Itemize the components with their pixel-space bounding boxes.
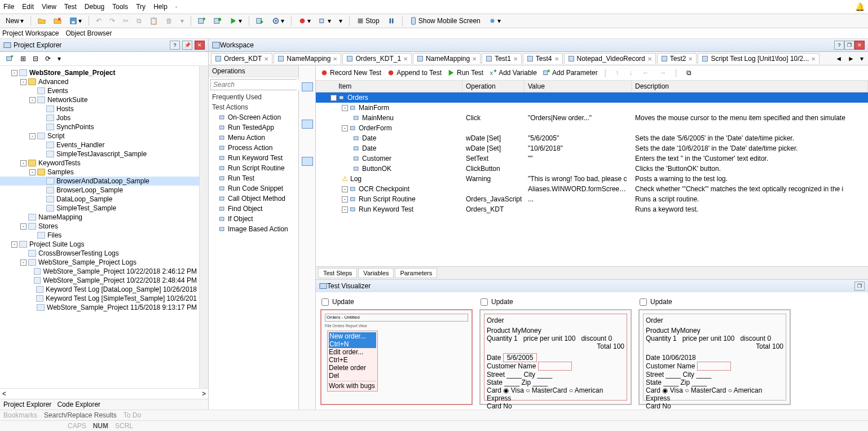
col-item[interactable]: Item — [316, 81, 462, 92]
tree-node[interactable]: SimpleTestJavascript_Sample — [0, 149, 199, 159]
copy-icon[interactable]: ⧉ — [134, 16, 144, 26]
show-mobile-button[interactable]: Show Mobile Screen — [407, 16, 483, 26]
grid-row[interactable]: -Orders — [316, 93, 868, 103]
menu-help[interactable]: Help — [153, 3, 168, 11]
row-toggle[interactable]: - — [342, 125, 348, 131]
tab-object-browser[interactable]: Object Browser — [65, 29, 112, 37]
tab-close-icon[interactable]: ✕ — [647, 56, 652, 62]
tree-node[interactable]: CrossBrowserTesting Logs — [0, 249, 199, 258]
tree-node[interactable]: -Samples — [0, 168, 199, 177]
doc-tab[interactable]: Test2✕ — [657, 53, 697, 64]
thumb-icon[interactable] — [302, 82, 313, 91]
ops-item[interactable]: If Object — [209, 214, 298, 224]
screenshot-thumb[interactable]: Order Product MyMoney Quantity 1 price p… — [638, 309, 791, 405]
pin-button[interactable]: 📌 — [182, 41, 192, 50]
mobile-settings-icon[interactable]: ▾ — [486, 16, 503, 26]
tree-node[interactable]: Keyword Test Log [SimpleTest_Sample] 10/… — [0, 294, 199, 303]
tree-toggle[interactable]: - — [29, 169, 36, 175]
menu-more[interactable]: · — [175, 3, 177, 11]
tree-toggle[interactable]: - — [20, 260, 27, 266]
tree-node[interactable]: -Stores — [0, 222, 199, 231]
tree-node[interactable]: Events_Handler — [0, 140, 199, 149]
col-value[interactable]: Value — [525, 81, 632, 92]
run-test-button[interactable]: Run Test — [447, 69, 483, 77]
grid-row[interactable]: -OCR CheckpointAliases.WINWORD.formScree… — [316, 184, 868, 194]
tab-close-icon[interactable]: ✕ — [472, 56, 477, 62]
tab-variables[interactable]: Variables — [358, 268, 394, 278]
new-button[interactable]: New ▾ — [3, 16, 26, 26]
grid-row[interactable]: -Run Script RoutineOrders_JavaScript...R… — [316, 194, 868, 204]
add-parameter-button[interactable]: Add Parameter — [543, 69, 598, 77]
doc-tab[interactable]: NameMapping✕ — [413, 53, 481, 64]
test-steps-grid[interactable]: Item Operation Value Description -Orders… — [316, 81, 868, 266]
operations-search-input[interactable] — [211, 80, 301, 90]
menu-test[interactable]: Test — [64, 3, 77, 11]
pause-icon[interactable] — [385, 16, 398, 26]
grid-row[interactable]: CustomerSetText""Enters the text " in th… — [316, 153, 868, 164]
tab-code-explorer[interactable]: Code Explorer — [57, 401, 100, 408]
tab-close-icon[interactable]: ✕ — [811, 56, 816, 62]
save-icon[interactable]: ▾ — [67, 16, 84, 26]
stop-button[interactable]: Stop — [354, 16, 382, 26]
settings-icon[interactable]: ▾ — [270, 16, 287, 26]
tree-node[interactable]: -Advanced — [0, 77, 199, 86]
sb-todo[interactable]: To Do — [124, 411, 141, 419]
outdent-icon[interactable]: ← — [640, 68, 651, 78]
tree-node[interactable]: WebStore_Sample_Project 11/5/2018 9:13:1… — [0, 303, 199, 312]
tree-node[interactable]: WebStore_Sample_Project 10/22/2018 2:48:… — [0, 276, 199, 285]
update-checkbox[interactable] — [321, 298, 329, 306]
undo-icon[interactable]: ↶ — [94, 16, 104, 26]
tree-node[interactable]: NameMapping — [0, 213, 199, 222]
col-description[interactable]: Description — [632, 81, 868, 92]
tree-toggle[interactable]: - — [20, 79, 27, 85]
grid-row[interactable]: ButtonOKClickButtonClicks the 'ButtonOK'… — [316, 164, 868, 174]
grid-row[interactable]: ⚠LogWarning"This is wrong! Too bad, plea… — [316, 174, 868, 184]
ops-item[interactable]: On-Screen Action — [209, 112, 298, 122]
tree-node[interactable]: Hosts — [0, 104, 199, 113]
tab-nav-icon[interactable]: ◄ — [833, 54, 844, 64]
tree-node[interactable]: -WebStore_Sample_Project — [0, 68, 199, 77]
doc-tab[interactable]: Test1✕ — [482, 53, 522, 64]
row-toggle[interactable]: - — [342, 105, 348, 111]
tree-toggle[interactable]: - — [20, 160, 27, 166]
ws-close-button[interactable]: ✕ — [854, 41, 865, 50]
ops-item[interactable]: Call Object Method — [209, 193, 298, 204]
menu-edit[interactable]: Edit — [22, 3, 34, 11]
ws-help-button[interactable]: ? — [834, 41, 844, 50]
tree-node[interactable]: -KeywordTests — [0, 159, 199, 168]
tree-scrollbar[interactable] — [199, 66, 208, 388]
project-run-icon[interactable] — [254, 16, 266, 26]
row-toggle[interactable]: - — [342, 186, 348, 192]
record-options-icon[interactable]: ▾ — [337, 16, 345, 26]
col-operation[interactable]: Operation — [462, 81, 525, 92]
tree-node[interactable]: Jobs — [0, 113, 199, 122]
tree-node[interactable]: -Script — [0, 131, 199, 140]
tab-nav-icon[interactable]: ► — [845, 54, 857, 64]
refresh-tree-icon[interactable]: ⟳ — [43, 54, 53, 64]
menu-file[interactable]: File — [3, 3, 14, 11]
redo-icon[interactable]: ↷ — [107, 16, 117, 26]
notifications-icon[interactable]: 🔔 — [855, 2, 865, 11]
update-checkbox[interactable] — [640, 298, 647, 306]
tree-node[interactable]: DataLoop_Sample — [0, 195, 199, 204]
tab-close-icon[interactable]: ✕ — [688, 56, 693, 62]
close-panel-button[interactable]: ✕ — [195, 41, 205, 50]
record-new-test-button[interactable]: Record New Test — [320, 69, 381, 77]
more-icon[interactable]: ▾ — [178, 16, 186, 26]
tree-node[interactable]: SimpleTest_Sample — [0, 204, 199, 213]
ops-item[interactable]: Run TestedApp — [209, 122, 298, 133]
cut-icon[interactable]: ✂ — [121, 16, 131, 26]
close-project-icon[interactable] — [51, 16, 64, 26]
visualizer-frame[interactable]: Update Order Product MyMoney Quantity 1 … — [638, 297, 791, 405]
run-dropdown-icon[interactable]: ▾ — [227, 16, 244, 26]
menu-debug[interactable]: Debug — [85, 3, 104, 11]
menu-tools[interactable]: Tools — [112, 3, 128, 11]
move-up-icon[interactable]: ↑ — [613, 68, 621, 78]
menu-try[interactable]: Try — [136, 3, 146, 11]
screenshot-thumb[interactable]: Order Product MyMoney Quantity 1 price p… — [479, 309, 632, 405]
menu-view[interactable]: View — [42, 3, 56, 11]
row-toggle[interactable]: - — [342, 206, 348, 213]
paste-icon[interactable]: 📋 — [147, 16, 160, 26]
tree-node[interactable]: Files — [0, 231, 199, 240]
tab-project-explorer[interactable]: Project Explorer — [3, 401, 51, 408]
